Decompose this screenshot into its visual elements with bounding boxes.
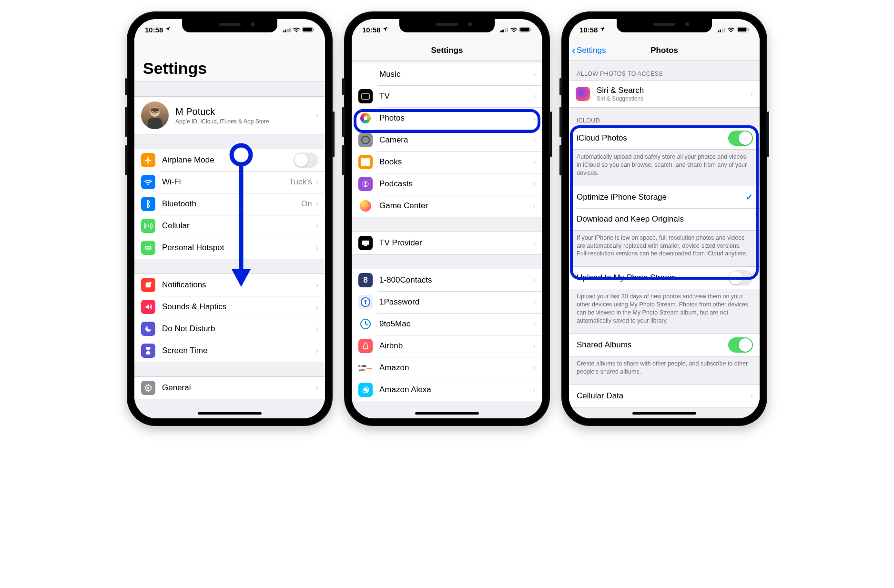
row-photostream[interactable]: Upload to My Photo Stream [569,267,760,289]
home-indicator[interactable] [632,412,696,415]
row-airplane-mode[interactable]: Airplane Mode [134,149,325,171]
profile-sub: Apple ID, iCloud, iTunes & App Store [175,118,312,125]
row-optimize-storage[interactable]: Optimize iPhone Storage ✓ [569,186,760,208]
row-download-originals[interactable]: Download and Keep Originals [569,208,760,230]
row-notifications[interactable]: Notifications › [134,274,325,296]
svg-rect-22 [362,241,369,245]
row-label: Sounds & Haptics [162,302,312,312]
app-icon [358,383,373,397]
back-button[interactable]: ‹ Settings [572,40,606,61]
cell-signal-icon [500,27,508,32]
wifi-icon [510,27,518,32]
row-label: Wi-Fi [162,177,289,187]
shared-albums-toggle[interactable] [728,337,753,353]
svg-rect-4 [148,118,162,129]
row-photos[interactable]: Photos› [352,107,542,129]
dnd-icon [141,322,155,336]
footer-photostream: Upload your last 30 days of new photos a… [569,289,760,334]
row-amazon[interactable]: amazon Amazon› [352,357,542,379]
row-9to5mac[interactable]: 9to5Mac› [352,313,542,335]
chevron-icon: › [533,114,536,122]
app-icon [358,339,373,353]
section-header-allow: ALLOW PHOTOS TO ACCESS [569,61,760,80]
airplane-toggle[interactable] [294,152,318,168]
profile-row[interactable]: M Potuck Apple ID, iCloud, iTunes & App … [134,97,325,134]
checkmark-icon: ✓ [746,192,753,203]
row-dnd[interactable]: Do Not Disturb › [134,318,325,340]
row-music[interactable]: ♪ Music› [352,63,542,85]
chevron-icon: › [533,385,536,394]
cell-signal-icon [718,27,726,32]
row-tvprovider[interactable]: TV Provider› [352,232,542,254]
back-label: Settings [577,46,606,55]
camera-icon [358,133,373,147]
home-indicator[interactable] [198,412,262,415]
row-label: Download and Keep Originals [577,214,753,224]
row-wifi[interactable]: Wi-Fi Tuck's › [134,171,325,193]
notch [182,19,277,32]
row-label: Cellular Data [577,391,747,401]
nav-bar: Settings [352,40,542,61]
row-sounds[interactable]: Sounds & Haptics › [134,296,325,318]
row-cellular[interactable]: Cellular › [134,215,325,237]
row-tv[interactable]: TV› [352,85,542,107]
row-siri-search[interactable]: Siri & Search Siri & Suggestions › [569,81,760,107]
chevron-icon: › [533,298,536,306]
svg-rect-19 [530,29,531,31]
row-general[interactable]: General › [134,377,325,399]
row-label: Notifications [162,280,312,290]
row-screentime[interactable]: Screen Time › [134,340,325,362]
row-books[interactable]: Books› [352,151,542,173]
notch [617,19,712,32]
row-podcasts[interactable]: Podcasts› [352,173,542,195]
wifi-icon [727,27,735,32]
wifi-settings-icon [141,175,155,189]
row-label: Personal Hotspot [162,243,312,253]
app-icon [358,317,373,331]
screentime-icon [141,344,155,358]
row-hotspot[interactable]: Personal Hotspot › [134,237,325,259]
books-icon [358,155,373,169]
notifications-icon [141,278,155,292]
iphone-frame-1: 10:58 Settings [127,11,333,426]
svg-point-25 [365,300,367,302]
row-gamecenter[interactable]: Game Center› [352,195,542,217]
row-icloud-photos[interactable]: iCloud Photos [569,127,760,149]
svg-rect-2 [313,29,314,31]
chevron-icon: › [316,324,318,333]
row-cellular-data[interactable]: Cellular Data › [569,385,760,407]
photostream-toggle[interactable] [728,270,753,285]
row-shared-albums[interactable]: Shared Albums [569,334,760,356]
location-icon [165,26,171,33]
row-1password[interactable]: 1Password› [352,291,542,313]
row-label: iCloud Photos [577,133,728,143]
bluetooth-icon [141,197,155,211]
home-indicator[interactable] [415,412,479,415]
status-time: 10:58 [145,26,163,34]
row-label: General [162,383,312,393]
row-alexa[interactable]: Amazon Alexa› [352,379,542,401]
row-value: Tuck's [289,177,312,187]
icloud-photos-toggle[interactable] [728,131,753,146]
row-label: Bluetooth [162,199,301,209]
row-value: On [301,199,312,209]
chevron-icon: › [533,364,536,372]
footer-shared: Create albums to share with other people… [569,356,760,385]
chevron-icon: › [533,342,536,350]
sounds-icon [141,300,155,314]
row-1800contacts[interactable]: 8 1-800Contacts› [352,269,542,291]
svg-point-13 [147,387,150,389]
row-bluetooth[interactable]: Bluetooth On › [134,193,325,215]
row-label: 1-800Contacts [379,275,529,285]
row-label: Screen Time [162,346,312,355]
chevron-icon: › [533,158,536,166]
tvprovider-icon [358,236,373,250]
row-label: Books [379,157,529,167]
row-label: Camera [379,135,529,145]
location-icon [599,26,605,33]
battery-icon [519,27,532,32]
notch [399,19,495,32]
row-camera[interactable]: Camera› [352,129,542,151]
chevron-icon: › [316,111,318,120]
row-airbnb[interactable]: Airbnb› [352,335,542,357]
